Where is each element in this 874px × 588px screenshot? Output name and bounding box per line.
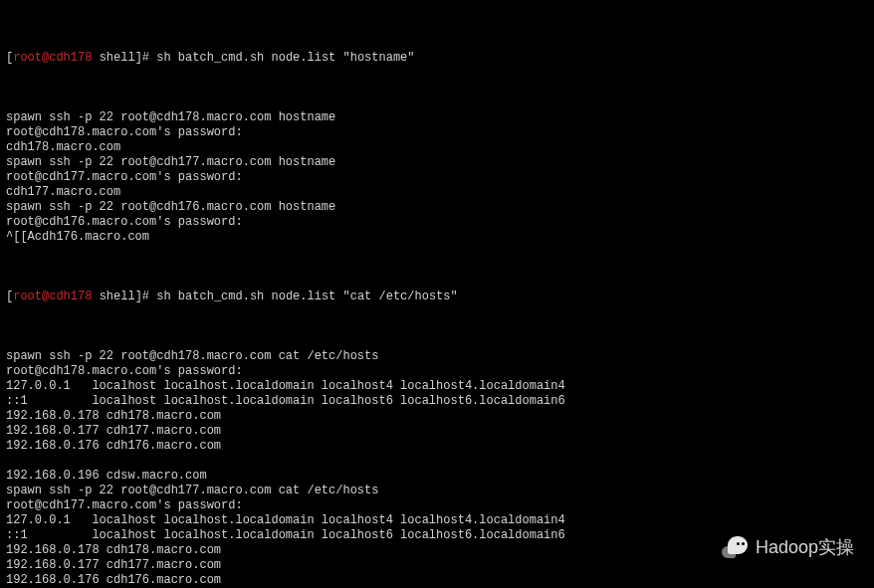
terminal-output-line: spawn ssh -p 22 root@cdh177.macro.com ho… xyxy=(6,155,868,170)
terminal-output-line: spawn ssh -p 22 root@cdh176.macro.com ho… xyxy=(6,200,868,215)
terminal-output-line: ^[[Acdh176.macro.com xyxy=(6,230,868,245)
terminal-output-line: spawn ssh -p 22 root@cdh177.macro.com ca… xyxy=(6,484,868,498)
terminal-output-line: cdh178.macro.com xyxy=(6,140,868,155)
terminal-output-line: root@cdh178.macro.com's password: xyxy=(6,125,868,140)
terminal-output-line: 127.0.0.1 localhost localhost.localdomai… xyxy=(6,513,868,528)
terminal-output-line: 192.168.0.196 cdsw.macro.com xyxy=(6,469,868,484)
terminal[interactable]: [root@cdh178 shell]# sh batch_cmd.sh nod… xyxy=(0,0,874,588)
terminal-output-line: spawn ssh -p 22 root@cdh178.macro.com ca… xyxy=(6,349,868,364)
terminal-output-line: root@cdh177.macro.com's password: xyxy=(6,498,868,513)
terminal-output-line: ::1 localhost localhost.localdomain loca… xyxy=(6,394,868,409)
terminal-output-line xyxy=(6,454,868,469)
terminal-output-line: root@cdh178.macro.com's password: xyxy=(6,364,868,379)
watermark: Hadoop实操 xyxy=(722,536,854,558)
prompt-line-1: [root@cdh178 shell]# sh batch_cmd.sh nod… xyxy=(6,51,868,66)
terminal-output-line: root@cdh176.macro.com's password: xyxy=(6,215,868,230)
terminal-output-line: cdh177.macro.com xyxy=(6,185,868,200)
terminal-output-line: root@cdh177.macro.com's password: xyxy=(6,170,868,185)
terminal-output-line: 127.0.0.1 localhost localhost.localdomai… xyxy=(6,379,868,394)
prompt-line-2: [root@cdh178 shell]# sh batch_cmd.sh nod… xyxy=(6,290,868,304)
terminal-output-line: 192.168.0.178 cdh178.macro.com xyxy=(6,409,868,424)
watermark-text: Hadoop实操 xyxy=(756,540,854,555)
wechat-icon xyxy=(722,536,748,558)
terminal-output-line: spawn ssh -p 22 root@cdh178.macro.com ho… xyxy=(6,110,868,125)
terminal-output-line: 192.168.0.177 cdh177.macro.com xyxy=(6,424,868,439)
terminal-output-line: 192.168.0.176 cdh176.macro.com xyxy=(6,439,868,454)
